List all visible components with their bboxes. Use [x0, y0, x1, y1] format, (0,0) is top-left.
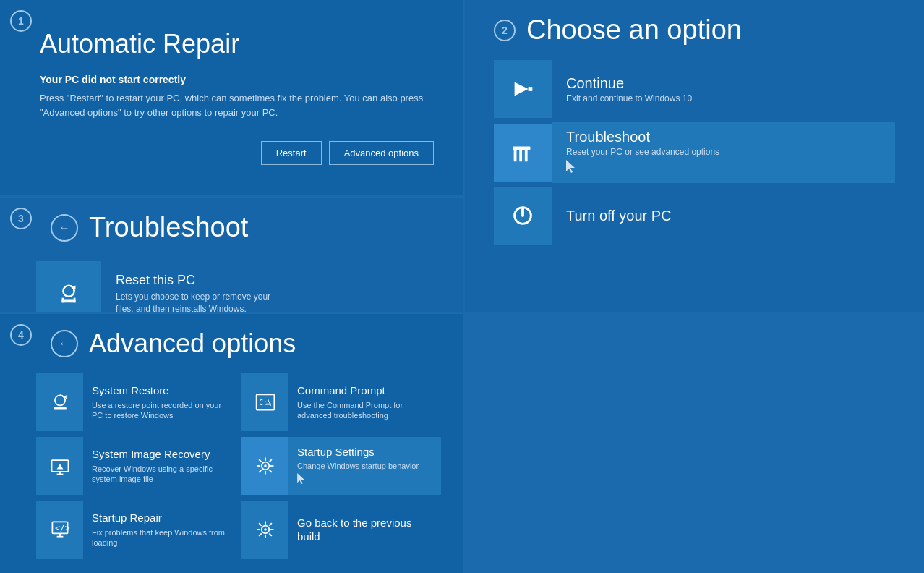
- go-back-title: Go back to the previous build: [297, 516, 432, 544]
- option-list: Continue Exit and continue to Windows 10…: [494, 60, 895, 245]
- svg-rect-4: [525, 149, 528, 161]
- adv-go-back[interactable]: Go back to the previous build: [241, 501, 441, 559]
- panel3-header: ← Troubleshoot: [51, 212, 441, 243]
- arrow-right-icon: [509, 75, 536, 103]
- step-badge-4: 4: [10, 324, 32, 346]
- svg-line-36: [269, 459, 272, 462]
- cursor-indicator: [566, 160, 576, 176]
- svg-marker-38: [297, 473, 304, 484]
- startup-repair-icon: </>: [49, 519, 71, 540]
- system-restore-icon-box: [36, 373, 83, 431]
- panel-advanced-options: 4 ← Advanced options System Restore Use …: [0, 314, 463, 573]
- adv-command-prompt[interactable]: C:\ Command Prompt Use the Command Promp…: [241, 373, 441, 431]
- option-troubleshoot[interactable]: Troubleshoot Reset your PC or see advanc…: [494, 122, 895, 183]
- command-prompt-icon-box: C:\: [241, 373, 288, 431]
- adv-startup-repair[interactable]: </> Startup Repair Fix problems that kee…: [36, 501, 236, 559]
- go-back-text: Go back to the previous build: [288, 510, 441, 550]
- svg-marker-6: [566, 160, 575, 173]
- cmd-icon: C:\: [254, 391, 276, 413]
- command-prompt-title: Command Prompt: [297, 383, 432, 398]
- option-turn-off[interactable]: Turn off your PC: [494, 187, 895, 245]
- panel2-title: Choose an option: [526, 14, 742, 46]
- image-recovery-icon: [49, 455, 71, 477]
- system-restore-text: System Restore Use a restore point recor…: [83, 378, 236, 426]
- system-image-recovery-desc: Recover Windows using a specific system …: [92, 464, 227, 485]
- panel-choose-option: 2 Choose an option Continue Exit and con…: [465, 0, 924, 312]
- svg-text:C:\: C:\: [259, 399, 272, 407]
- svg-marker-25: [56, 464, 63, 469]
- adv-system-restore[interactable]: System Restore Use a restore point recor…: [36, 373, 236, 431]
- svg-rect-3: [519, 149, 522, 161]
- svg-point-29: [264, 464, 267, 467]
- startup-settings-text: Startup Settings Change Windows startup …: [288, 437, 441, 495]
- startup-settings-icon-box: [241, 437, 288, 495]
- panel-automatic-repair: 1 Automatic Repair Your PC did not start…: [0, 0, 463, 195]
- go-back-icon: [254, 519, 276, 540]
- step-badge-3: 3: [10, 208, 32, 229]
- command-prompt-text: Command Prompt Use the Command Prompt fo…: [288, 378, 441, 426]
- troubleshoot-title: Troubleshoot: [566, 129, 881, 145]
- panel1-description: Press "Restart" to restart your PC, whic…: [40, 91, 434, 119]
- svg-rect-5: [513, 146, 531, 150]
- svg-line-50: [269, 533, 272, 536]
- back-button-p3[interactable]: ←: [51, 214, 78, 242]
- reset-pc-title: Reset this PC: [116, 273, 275, 288]
- back-button-p4[interactable]: ←: [51, 330, 78, 357]
- system-restore-desc: Use a restore point recorded on your PC …: [92, 400, 227, 421]
- step-badge-1: 1: [10, 10, 32, 32]
- startup-repair-title: Startup Repair: [92, 511, 227, 525]
- turn-off-text: Turn off your PC: [552, 200, 895, 232]
- svg-rect-2: [514, 149, 517, 161]
- svg-rect-13: [74, 298, 76, 303]
- panel1-title: Automatic Repair: [40, 29, 434, 59]
- svg-marker-0: [515, 82, 529, 96]
- svg-line-49: [259, 523, 262, 526]
- system-restore-title: System Restore: [92, 383, 227, 398]
- startup-settings-title: Startup Settings: [297, 445, 432, 459]
- reset-icon-box: [36, 261, 101, 312]
- reset-pc-desc: Lets you choose to keep or remove your f…: [116, 291, 275, 312]
- svg-rect-12: [62, 298, 64, 303]
- power-icon-box: [494, 187, 552, 245]
- cursor-p4: [297, 473, 432, 487]
- svg-line-52: [259, 533, 262, 536]
- panel-troubleshoot: 3 ← Troubleshoot Reset this PC Lets you …: [0, 198, 463, 312]
- startup-settings-icon: [254, 455, 276, 477]
- svg-text:</>: </>: [54, 523, 69, 533]
- option-continue[interactable]: Continue Exit and continue to Windows 10: [494, 60, 895, 118]
- system-image-recovery-text: System Image Recovery Recover Windows us…: [83, 441, 236, 490]
- svg-line-51: [269, 523, 272, 526]
- continue-title: Continue: [566, 75, 881, 92]
- panel1-subtitle: Your PC did not start correctly: [40, 74, 434, 85]
- svg-rect-1: [529, 87, 533, 91]
- troubleshoot-text: Troubleshoot Reset your PC or see advanc…: [552, 122, 895, 183]
- svg-rect-23: [265, 404, 270, 405]
- svg-rect-8: [521, 208, 524, 217]
- power-icon: [509, 202, 536, 229]
- svg-line-37: [259, 470, 262, 472]
- system-image-recovery-title: System Image Recovery: [92, 447, 227, 462]
- startup-settings-desc: Change Windows startup behavior: [297, 461, 432, 471]
- restart-button[interactable]: Restart: [261, 141, 322, 165]
- troubleshoot-tile-list: Reset this PC Lets you choose to keep or…: [36, 261, 441, 312]
- startup-repair-icon-box: </>: [36, 501, 83, 559]
- troubleshoot-desc: Reset your PC or see advanced options: [566, 147, 881, 157]
- command-prompt-desc: Use the Command Prompt for advanced trou…: [297, 400, 432, 421]
- panel3-title: Troubleshoot: [89, 212, 248, 243]
- turn-off-title: Turn off your PC: [566, 208, 881, 224]
- step-badge-2: 2: [494, 20, 516, 41]
- svg-line-34: [259, 459, 262, 462]
- panel4-header: ← Advanced options: [51, 328, 441, 359]
- advanced-options-button-p1[interactable]: Advanced options: [329, 141, 434, 165]
- svg-point-44: [264, 528, 267, 531]
- go-back-icon-box: [241, 501, 288, 559]
- svg-rect-20: [54, 407, 67, 410]
- continue-desc: Exit and continue to Windows 10: [566, 93, 881, 103]
- tile-reset-pc[interactable]: Reset this PC Lets you choose to keep or…: [36, 261, 441, 312]
- adv-startup-settings[interactable]: Startup Settings Change Windows startup …: [241, 437, 441, 495]
- continue-text: Continue Exit and continue to Windows 10: [552, 68, 895, 111]
- reset-icon: [55, 280, 82, 307]
- panel1-buttons: Restart Advanced options: [40, 141, 434, 165]
- adv-system-image-recovery[interactable]: System Image Recovery Recover Windows us…: [36, 437, 236, 495]
- system-image-recovery-icon-box: [36, 437, 83, 495]
